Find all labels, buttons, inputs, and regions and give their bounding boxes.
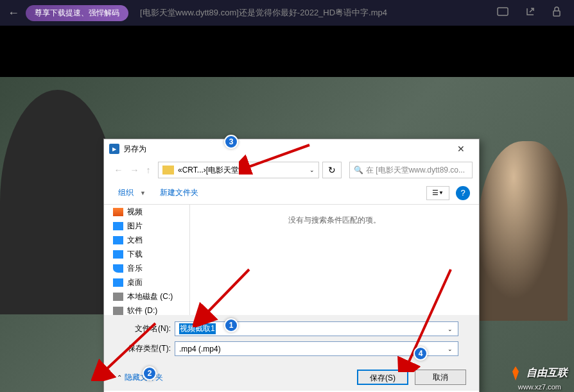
- sidebar-item-label: 桌面: [127, 277, 143, 288]
- filetype-select[interactable]: .mp4 (.mp4) ⌄: [175, 341, 458, 356]
- search-input[interactable]: 🔍 在 [电影天堂www.dytt89.co...: [349, 162, 473, 178]
- caret-icon[interactable]: ⌃: [117, 374, 122, 381]
- desktop-icon: [113, 278, 123, 287]
- promo-label: 尊享下载提速、强悍解码: [35, 8, 119, 17]
- breadcrumb-bar: ← → ↑ « CRT... › [电影天堂w... ⌄ ↻ 🔍 在 [电影天堂…: [104, 158, 479, 182]
- close-button[interactable]: ✕: [448, 141, 474, 157]
- inputs-zone: 文件名(N): 视频截取1 ⌄ 保存类型(T): .mp4 (.mp4) ⌄: [104, 315, 479, 364]
- breadcrumb-path[interactable]: « CRT... › [电影天堂w... ⌄: [158, 162, 319, 178]
- bc-seg2[interactable]: [电影天堂w...: [206, 165, 250, 176]
- dialog-titlebar[interactable]: ▶ 另存为 ✕: [104, 139, 479, 158]
- video-title: [电影天堂www.dytt89.com]还是觉得你最好-2022_HD粤语中字.…: [140, 7, 485, 19]
- save-as-dialog: ▶ 另存为 ✕ ← → ↑ « CRT... › [电影天堂w... ⌄ ↻ 🔍: [103, 139, 480, 392]
- save-button[interactable]: 保存(S): [357, 370, 408, 385]
- nav-up-icon[interactable]: ↑: [146, 165, 151, 175]
- chevron-down-icon[interactable]: ⌄: [309, 167, 315, 173]
- sidebar-item-download[interactable]: 下载: [104, 247, 189, 261]
- hide-folders-link[interactable]: 隐藏文件夹: [125, 372, 163, 383]
- sidebar-item-video[interactable]: 视频: [104, 205, 189, 219]
- help-button[interactable]: ?: [456, 186, 470, 200]
- sidebar-item-label: 本地磁盘 (C:): [127, 291, 173, 302]
- sidebar-item-desktop[interactable]: 桌面: [104, 275, 189, 289]
- disk-icon: [113, 293, 123, 301]
- filename-value: 视频截取1: [179, 323, 216, 334]
- filetype-row: 保存类型(T): .mp4 (.mp4) ⌄: [125, 341, 458, 356]
- explorer-body: 视频 图片 文档 下载 音乐 桌面 本地磁盘 (C:) 软件 (D:) 没有与搜…: [104, 205, 479, 315]
- image-icon: [113, 222, 123, 230]
- sidebar-item-label: 视频: [127, 207, 143, 217]
- sidebar-item-label: 文档: [127, 235, 143, 246]
- watermark-url: www.xz7.com: [518, 383, 561, 391]
- sidebar-item-label: 下载: [127, 249, 143, 260]
- folder-sidebar: 视频 图片 文档 下载 音乐 桌面 本地磁盘 (C:) 软件 (D:): [104, 205, 190, 315]
- app-icon: ▶: [109, 144, 119, 154]
- disk-icon: [113, 307, 123, 315]
- document-icon: [113, 236, 123, 244]
- sidebar-item-label: 音乐: [127, 263, 143, 274]
- chevron-down-icon[interactable]: ⌄: [448, 346, 453, 352]
- filetype-label: 保存类型(T):: [125, 343, 171, 354]
- nav-forward-icon[interactable]: →: [130, 165, 139, 175]
- back-button[interactable]: ←: [8, 6, 19, 20]
- music-icon: [113, 264, 123, 273]
- video-area: ▶ 另存为 ✕ ← → ↑ « CRT... › [电影天堂w... ⌄ ↻ 🔍: [0, 26, 574, 392]
- watermark-text: 自由互联: [526, 367, 568, 378]
- sidebar-item-diskc[interactable]: 本地磁盘 (C:): [104, 289, 189, 303]
- filetype-value: .mp4 (.mp4): [179, 345, 221, 354]
- sidebar-item-diskd[interactable]: 软件 (D:): [104, 303, 189, 315]
- filename-row: 文件名(N): 视频截取1 ⌄: [125, 321, 458, 336]
- svg-rect-0: [498, 8, 508, 15]
- empty-message: 没有与搜索条件匹配的项。: [200, 215, 469, 226]
- nav-back-icon[interactable]: ←: [114, 165, 123, 175]
- view-options-button[interactable]: ☰ ▼: [426, 186, 449, 200]
- person-silhouette-right: [478, 141, 568, 321]
- button-row: ⌃ 隐藏文件夹 保存(S) 取消: [104, 364, 479, 391]
- sidebar-item-music[interactable]: 音乐: [104, 261, 189, 275]
- toolbar: 组织 ▼ 新建文件夹 ☰ ▼ ?: [104, 182, 479, 205]
- cancel-button[interactable]: 取消: [415, 370, 466, 385]
- svg-rect-1: [553, 11, 560, 16]
- organize-menu[interactable]: 组织: [113, 185, 139, 201]
- chevron-down-icon[interactable]: ⌄: [448, 326, 453, 332]
- bc-seg1[interactable]: CRT...: [182, 166, 204, 175]
- sidebar-item-doc[interactable]: 文档: [104, 233, 189, 247]
- filename-label: 文件名(N):: [125, 323, 171, 334]
- sidebar-item-label: 软件 (D:): [127, 305, 157, 316]
- file-list-empty: 没有与搜索条件匹配的项。: [190, 205, 479, 315]
- popout-icon[interactable]: [525, 6, 535, 19]
- promo-pill[interactable]: 尊享下载提速、强悍解码: [26, 5, 128, 21]
- sidebar-item-label: 图片: [127, 221, 143, 232]
- watermark-main: 自由互联: [507, 365, 568, 382]
- folder-icon: [162, 166, 174, 175]
- dialog-title: 另存为: [123, 144, 448, 155]
- sidebar-item-image[interactable]: 图片: [104, 219, 189, 233]
- bc-ellipsis: «: [178, 166, 182, 175]
- lock-icon[interactable]: [552, 6, 561, 19]
- new-folder-button[interactable]: 新建文件夹: [155, 185, 204, 201]
- person-silhouette-left: [0, 90, 116, 314]
- nav-arrows: ← → ↑: [110, 161, 154, 179]
- search-placeholder: 在 [电影天堂www.dytt89.co...: [366, 165, 465, 176]
- tv-icon[interactable]: [497, 7, 509, 19]
- refresh-button[interactable]: ↻: [322, 162, 342, 178]
- filename-input[interactable]: 视频截取1 ⌄: [175, 321, 458, 336]
- download-icon: [113, 250, 123, 259]
- video-icon: [113, 208, 123, 216]
- player-topbar: ← 尊享下载提速、强悍解码 [电影天堂www.dytt89.com]还是觉得你最…: [0, 0, 574, 26]
- search-icon: 🔍: [354, 166, 363, 175]
